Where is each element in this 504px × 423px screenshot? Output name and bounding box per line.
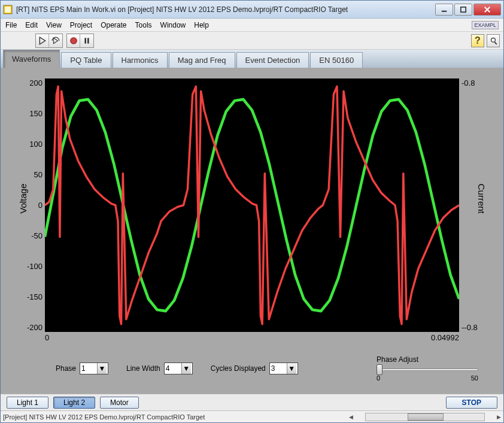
phase-label: Phase [56,364,76,373]
run-continuous-button[interactable] [49,34,62,47]
controls-row: Phase 1 ▼ Line Width 4 ▼ Cycles Displaye… [14,355,490,386]
status-arrow-left-icon[interactable]: ◀ [349,414,353,420]
minimize-button[interactable] [435,4,453,16]
status-bar: [Project] NITS HW LV 2012 EPS Demo.lvpro… [1,410,503,422]
slider-max: 50 [471,374,478,382]
y-tick: 0 [38,201,42,210]
y-tick: -50 [31,231,42,240]
x-tick-min: 0 [45,333,49,342]
slider-min: 0 [377,374,380,382]
x-tick-max: 0.04992 [431,333,459,342]
y-right-axis-label: Current [476,183,486,213]
menubar: File Edit View Project Operate Tools Win… [1,19,503,32]
y-tick: 50 [34,170,42,179]
y-tick: -100 [27,262,42,271]
linewidth-label: Line Width [126,364,160,373]
y-tick: --0.8 [462,323,478,332]
maximize-button[interactable] [454,4,472,16]
svg-line-10 [494,42,497,44]
tab-pq-table[interactable]: PQ Table [61,52,111,68]
toolbar: ? [1,32,503,50]
tab-bar: Waveforms PQ Table Harmonics Mag and Fre… [1,50,503,68]
status-scrollbar[interactable] [365,413,485,421]
linewidth-select[interactable]: 4 ▼ [164,362,193,374]
window-title: [RT] NITS EPS Main In Work.vi on [Projec… [16,5,435,14]
svg-rect-8 [87,38,89,43]
example-badge: EXAMPL [472,21,499,29]
cycles-label: Cycles Displayed [211,364,266,373]
y-tick: -200 [27,323,42,332]
menu-file[interactable]: File [5,21,17,29]
x-ticks: 0 0.04992 [14,333,490,342]
stop-button[interactable]: STOP [446,397,497,409]
y-tick: 150 [29,109,42,118]
content-area: Voltage 200 150 100 50 0 -50 -100 -150 -… [1,68,503,394]
svg-point-9 [491,38,496,42]
pause-button[interactable] [80,34,93,47]
bottom-bar: Light 1 Light 2 Motor STOP [1,394,503,410]
light2-button[interactable]: Light 2 [53,397,95,409]
y-left-axis-label: Voltage [18,183,28,213]
titlebar: [RT] NITS EPS Main In Work.vi on [Projec… [1,1,503,19]
y-tick: 200 [29,78,42,87]
dropdown-arrow-icon: ▼ [181,363,191,374]
menu-operate[interactable]: Operate [101,21,126,29]
y-tick: -0.8 [462,78,475,87]
status-arrow-right-icon[interactable]: ▶ [497,414,501,420]
slider-thumb-icon[interactable] [377,364,382,375]
tab-waveforms[interactable]: Waveforms [3,50,60,68]
light1-button[interactable]: Light 1 [7,397,48,409]
menu-edit[interactable]: Edit [25,21,38,29]
y-tick: 100 [29,140,42,149]
phase-adjust-slider[interactable] [377,365,478,373]
menu-tools[interactable]: Tools [135,21,152,29]
dropdown-arrow-icon: ▼ [97,363,107,374]
linewidth-value: 4 [166,364,170,373]
svg-rect-1 [5,7,11,13]
menu-view[interactable]: View [46,21,62,29]
tab-en-50160[interactable]: EN 50160 [310,52,363,68]
close-button[interactable] [473,4,501,16]
tab-mag-and-freq[interactable]: Mag and Freq [169,52,235,68]
y-tick: -150 [27,292,42,301]
run-button[interactable] [36,34,49,47]
cycles-select[interactable]: 3 ▼ [269,362,298,374]
svg-point-6 [70,37,77,44]
app-icon [3,5,13,14]
phase-value: 1 [81,364,86,373]
svg-rect-3 [461,7,466,11]
scrollbar-thumb-icon[interactable] [408,413,444,421]
motor-button[interactable]: Motor [100,397,139,409]
svg-rect-7 [85,38,86,43]
status-text: [Project] NITS HW LV 2012 EPS Demo.lvpro… [3,413,349,421]
abort-button[interactable] [67,34,80,47]
window: [RT] NITS EPS Main In Work.vi on [Projec… [0,0,504,423]
menu-project[interactable]: Project [70,21,92,29]
tab-event-detection[interactable]: Event Detection [236,52,309,68]
menu-window[interactable]: Window [160,21,186,29]
waveform-plot[interactable] [45,78,459,332]
dropdown-arrow-icon: ▼ [287,363,296,374]
context-help-button[interactable] [487,34,500,47]
menu-help[interactable]: Help [194,21,209,29]
chart-area: Voltage 200 150 100 50 0 -50 -100 -150 -… [14,78,490,332]
help-button[interactable]: ? [471,34,484,47]
cycles-value: 3 [271,364,275,373]
phase-select[interactable]: 1 ▼ [80,362,108,374]
phase-adjust-label: Phase Adjust [377,355,478,364]
tab-harmonics[interactable]: Harmonics [113,52,168,68]
